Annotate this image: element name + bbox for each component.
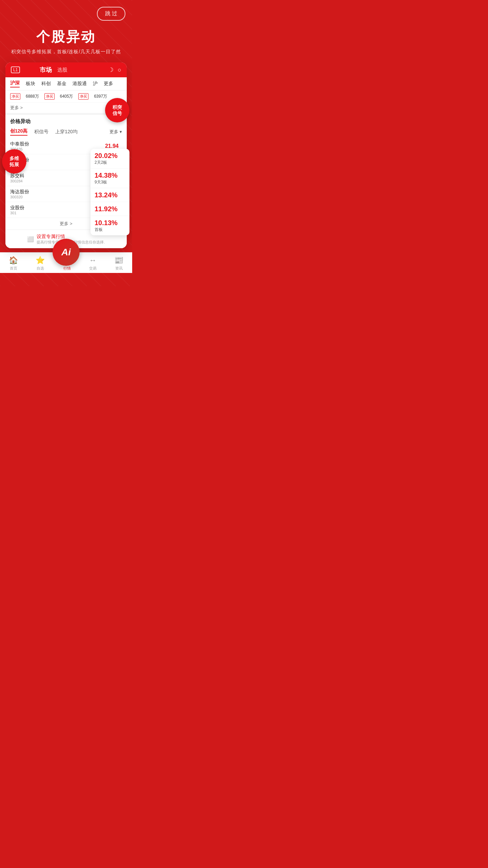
pct-value-2: 14.38% bbox=[95, 172, 118, 179]
top-bar: 跳 过 bbox=[0, 0, 132, 24]
ai-badge-container: Ai bbox=[53, 239, 80, 266]
pct-label-2: 9天3板 bbox=[95, 179, 125, 185]
hero-subtitle: 积突信号多维拓展，首板/连板/几天几板一目了然 bbox=[0, 49, 132, 55]
badge-jicui: 积突信号 bbox=[105, 98, 129, 122]
trade-icon: ↔ bbox=[89, 256, 97, 265]
pct-row-1: 20.02% 2天2板 bbox=[90, 149, 129, 169]
tab-bankuai[interactable]: 板块 bbox=[26, 81, 35, 87]
search-icon[interactable]: ○ bbox=[118, 66, 121, 74]
pct-row-2: 14.38% 9天3板 bbox=[90, 169, 129, 188]
card-header-icons: ☽ ○ bbox=[108, 66, 121, 74]
ai-circle[interactable]: Ai bbox=[53, 239, 80, 266]
pct-value-5: 10.13% bbox=[95, 219, 118, 226]
pct-row-5: 10.13% 首板 bbox=[90, 216, 129, 235]
sub-tab-120avg[interactable]: 上穿120均 bbox=[55, 129, 77, 135]
card-header-left: L1 市场 选股 bbox=[11, 66, 67, 74]
tab-hu[interactable]: 沪 bbox=[93, 81, 98, 87]
pct-value-3: 13.24% bbox=[95, 191, 118, 199]
nav-label-watchlist: 自选 bbox=[37, 266, 44, 271]
nav-item-news[interactable]: 📰 资讯 bbox=[114, 256, 123, 271]
pct-label-1: 2天2板 bbox=[95, 160, 125, 165]
pct-value-4: 11.92% bbox=[95, 205, 118, 213]
nav-label-market: 行情 bbox=[63, 266, 71, 271]
nav-item-home[interactable]: 🏠 首页 bbox=[9, 256, 18, 271]
tab-hushhen[interactable]: 沪深 bbox=[10, 80, 20, 87]
nav-label-news: 资讯 bbox=[115, 266, 123, 271]
pct-card: 20.02% 2天2板 14.38% 9天3板 13.24% 11.92% 10… bbox=[90, 149, 129, 235]
pct-value-1: 20.02% bbox=[95, 152, 118, 159]
setup-icon: ⬜ bbox=[27, 236, 34, 242]
sub-tab-120high[interactable]: 创120高 bbox=[10, 128, 27, 136]
tabs-row: 沪深 板块 科创 基金 港股通 沪 更多 bbox=[5, 77, 127, 91]
card-header-sub: 选股 bbox=[57, 67, 67, 73]
main-card-wrapper: L1 市场 选股 ☽ ○ 沪深 板块 科创 基金 港股通 沪 更多 净买 688… bbox=[5, 62, 127, 248]
sub-tab-more[interactable]: 更多 ▾ bbox=[109, 129, 122, 135]
skip-button[interactable]: 跳 过 bbox=[97, 7, 125, 21]
badge-duowei: 多维拓展 bbox=[2, 149, 26, 174]
hero-title: 个股异动 bbox=[0, 27, 132, 46]
pct-row-4: 11.92% bbox=[90, 202, 129, 216]
tab-more[interactable]: 更多 bbox=[104, 81, 113, 87]
net-buy-tag-2: 净买 bbox=[44, 93, 55, 100]
home-icon: 🏠 bbox=[9, 256, 18, 265]
sub-tab-jixinhao[interactable]: 积信号 bbox=[34, 129, 48, 135]
tab-kechuang[interactable]: 科创 bbox=[41, 81, 51, 87]
news-icon: 📰 bbox=[114, 256, 123, 265]
setup-main-text: 设置专属行情 bbox=[37, 234, 65, 239]
star-icon: ⭐ bbox=[36, 256, 45, 265]
sub-tabs-row: 创120高 积信号 上穿120均 更多 ▾ bbox=[5, 127, 127, 138]
stock-price-1: 21.94 bbox=[105, 143, 119, 149]
nav-label-home: 首页 bbox=[10, 266, 17, 271]
net-buy-tag-1: 净买 bbox=[10, 93, 20, 100]
moon-icon[interactable]: ☽ bbox=[108, 66, 114, 74]
nav-label-trade: 交易 bbox=[89, 266, 97, 271]
card-header-title: 市场 bbox=[40, 66, 52, 74]
tab-jijin[interactable]: 基金 bbox=[57, 81, 66, 87]
hero-section: 个股异动 积突信号多维拓展，首板/连板/几天几板一目了然 bbox=[0, 27, 132, 55]
net-buy-val-1: 6888万 bbox=[26, 94, 39, 99]
tab-gangtong[interactable]: 港股通 bbox=[73, 81, 87, 87]
l1-badge: L1 bbox=[11, 66, 20, 73]
ai-label: Ai bbox=[61, 247, 71, 258]
nav-item-watchlist[interactable]: ⭐ 自选 bbox=[36, 256, 45, 271]
stock-info-1: 中泰股份 300435 bbox=[10, 141, 105, 151]
nav-item-trade[interactable]: ↔ 交易 bbox=[89, 256, 97, 271]
net-buy-val-2: 6405万 bbox=[60, 94, 73, 99]
net-buy-val-3: 6397万 bbox=[94, 94, 107, 99]
pct-row-3: 13.24% bbox=[90, 188, 129, 202]
net-buy-row: 净买 6888万 净买 6405万 净买 6397万 bbox=[5, 91, 127, 103]
card-header: L1 市场 选股 ☽ ○ bbox=[5, 62, 127, 77]
pct-label-5: 首板 bbox=[95, 227, 125, 233]
stock-name-1: 中泰股份 bbox=[10, 141, 105, 147]
net-buy-tag-3: 净买 bbox=[78, 93, 88, 100]
